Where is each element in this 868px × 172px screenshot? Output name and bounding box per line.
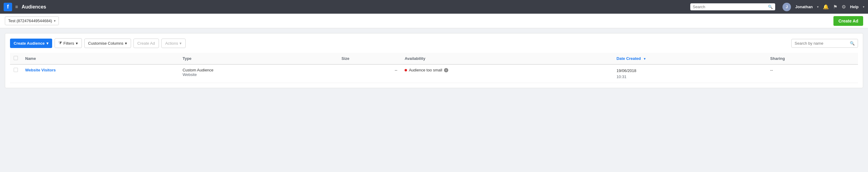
row-type-line1: Custom Audience bbox=[183, 68, 334, 72]
customise-columns-button[interactable]: Customise Columns ▾ bbox=[84, 39, 131, 48]
actions-button: Actions ▾ bbox=[161, 39, 186, 48]
column-header-name: Name bbox=[22, 53, 179, 65]
help-label[interactable]: Help bbox=[850, 4, 859, 9]
filters-caret-icon: ▾ bbox=[76, 41, 78, 46]
username-label[interactable]: Jonathan bbox=[795, 4, 813, 9]
sort-arrow-icon: ▼ bbox=[643, 57, 646, 60]
audiences-toolbar: Create Audience ▾ ⧩ Filters ▾ Customise … bbox=[10, 38, 858, 48]
actions-caret-icon: ▾ bbox=[180, 41, 182, 46]
account-selector[interactable]: Test (872476449544684) ▾ bbox=[5, 17, 59, 25]
date-line2: 10:31 bbox=[617, 74, 763, 80]
top-navigation: f ≡ Audiences 🔍 J Jonathan ▾ 🔔 ⚑ ⚙ Help … bbox=[0, 0, 868, 14]
create-audience-label: Create Audience bbox=[14, 41, 44, 46]
account-selector-caret-icon: ▾ bbox=[54, 19, 56, 23]
toolbar-right: 🔍 bbox=[791, 39, 858, 48]
row-name-cell: Website Visitors bbox=[22, 65, 179, 83]
subheader: Test (872476449544684) ▾ Create Ad bbox=[0, 14, 868, 28]
filters-label: Filters bbox=[63, 41, 74, 46]
create-ad-small-label: Create Ad bbox=[137, 41, 155, 46]
filters-button[interactable]: ⧩ Filters ▾ bbox=[55, 38, 82, 48]
page-title: Audiences bbox=[22, 4, 46, 10]
actions-label: Actions bbox=[165, 41, 178, 46]
global-search-input[interactable] bbox=[693, 4, 766, 9]
row-availability-cell: Audience too small i bbox=[401, 65, 613, 83]
row-type-line2: Website bbox=[183, 72, 334, 77]
settings-gear-icon[interactable]: ⚙ bbox=[842, 4, 846, 10]
search-icon: 🔍 bbox=[768, 4, 773, 9]
column-header-date-created[interactable]: Date Created ▼ bbox=[613, 53, 767, 65]
table-header-row: Name Type Size Availability Date Created… bbox=[10, 53, 858, 65]
select-all-checkbox[interactable] bbox=[14, 56, 18, 60]
account-selector-label: Test (872476449544684) bbox=[8, 19, 52, 23]
create-audience-button[interactable]: Create Audience ▾ bbox=[10, 39, 52, 48]
search-by-name-icon: 🔍 bbox=[850, 41, 855, 46]
row-date-cell: 19/06/2018 10:31 bbox=[613, 65, 767, 83]
facebook-logo: f bbox=[4, 3, 12, 11]
global-search-bar[interactable]: 🔍 bbox=[690, 3, 775, 10]
username-caret-icon[interactable]: ▾ bbox=[817, 5, 818, 8]
column-header-sharing: Sharing bbox=[767, 53, 858, 65]
column-header-availability: Availability bbox=[401, 53, 613, 65]
availability-red-dot-icon bbox=[405, 69, 407, 71]
select-all-checkbox-header[interactable] bbox=[10, 53, 22, 65]
avatar[interactable]: J bbox=[782, 3, 791, 11]
availability-status-label: Audience too small bbox=[409, 68, 442, 72]
row-type-cell: Custom Audience Website bbox=[179, 65, 338, 83]
row-checkbox-cell[interactable] bbox=[10, 65, 22, 83]
date-line1: 19/06/2018 bbox=[617, 68, 763, 74]
flag-icon[interactable]: ⚑ bbox=[833, 4, 837, 10]
notifications-bell-icon[interactable]: 🔔 bbox=[823, 4, 829, 10]
audiences-table: Name Type Size Availability Date Created… bbox=[10, 53, 858, 83]
customise-columns-caret-icon: ▾ bbox=[125, 41, 127, 46]
create-ad-small-button: Create Ad bbox=[133, 39, 159, 48]
create-audience-caret-icon: ▾ bbox=[46, 41, 49, 46]
audience-name-link[interactable]: Website Visitors bbox=[25, 68, 56, 72]
row-size-value: -- bbox=[395, 68, 398, 72]
row-sharing-cell: -- bbox=[767, 65, 858, 83]
filters-icon: ⧩ bbox=[59, 41, 62, 46]
topnav-right-section: J Jonathan ▾ 🔔 ⚑ ⚙ Help ▾ bbox=[782, 3, 864, 11]
create-ad-button[interactable]: Create Ad bbox=[833, 16, 863, 26]
availability-content: Audience too small i bbox=[405, 68, 609, 72]
table-row: Website Visitors Custom Audience Website… bbox=[10, 65, 858, 83]
column-header-type: Type bbox=[179, 53, 338, 65]
search-by-name-container[interactable]: 🔍 bbox=[791, 39, 858, 48]
sharing-value: -- bbox=[770, 68, 773, 72]
row-checkbox[interactable] bbox=[14, 68, 18, 72]
customise-columns-label: Customise Columns bbox=[88, 41, 123, 46]
availability-info-icon[interactable]: i bbox=[444, 68, 448, 72]
search-by-name-input[interactable] bbox=[795, 41, 848, 46]
column-header-size: Size bbox=[338, 53, 401, 65]
help-caret-icon[interactable]: ▾ bbox=[863, 5, 864, 8]
audiences-card: Create Audience ▾ ⧩ Filters ▾ Customise … bbox=[5, 33, 863, 88]
main-content: Create Audience ▾ ⧩ Filters ▾ Customise … bbox=[0, 28, 868, 93]
row-size-cell: -- bbox=[338, 65, 401, 83]
date-content: 19/06/2018 10:31 bbox=[617, 68, 763, 80]
hamburger-menu-icon[interactable]: ≡ bbox=[15, 4, 18, 10]
